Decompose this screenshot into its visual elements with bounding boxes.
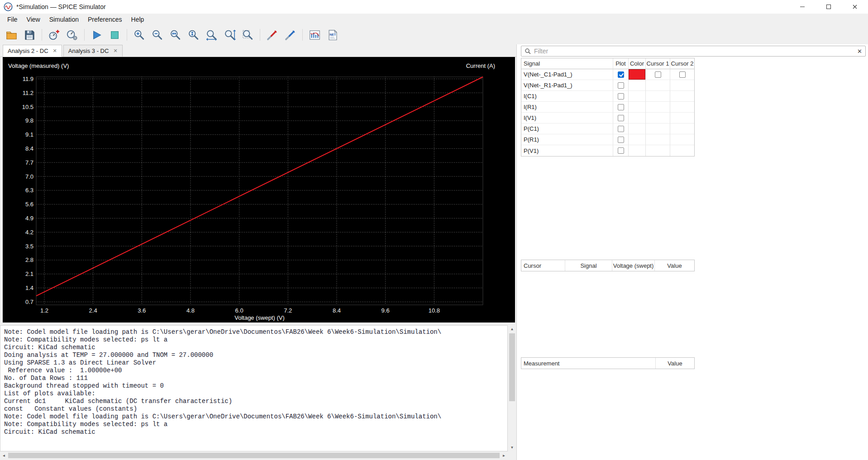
signal-row[interactable]: P(V1) [521,145,694,156]
signal-row[interactable]: P(R1) [521,134,694,145]
cursor1-cell [646,80,670,91]
tab-close-icon[interactable]: ✕ [113,48,117,53]
simulation-console[interactable]: Note: Codel model file loading path is C… [0,325,508,451]
filter-input[interactable] [534,47,854,55]
tab-analysis-3-dc[interactable]: Analysis 3 - DC✕ [63,45,123,57]
toolbar-separator [260,29,260,41]
show-netlist-icon: NET [327,29,339,41]
cursor1-cell [646,69,670,80]
cursor2-checkbox[interactable] [679,71,686,78]
scroll-down-icon[interactable]: ▼ [508,444,516,451]
signal-row[interactable]: I(R1) [521,102,694,113]
plot-checkbox[interactable] [618,71,624,78]
zoom-to-fit-button[interactable] [240,27,255,43]
vscrollbar-thumb[interactable] [509,333,515,401]
y-tick-label: 2.1 [25,270,33,277]
close-button[interactable] [842,0,868,14]
color-swatch[interactable] [629,69,645,80]
x-tick-label: 1.2 [40,307,48,314]
scroll-left-icon[interactable]: ◄ [0,452,8,460]
tab-analysis-2-dc[interactable]: Analysis 2 - DC✕ [3,45,62,57]
minimize-button[interactable] [789,0,816,14]
cursor1-checkbox[interactable] [655,71,661,78]
zoom-fit-height-button[interactable] [222,27,237,43]
zoom-fit-width-button[interactable] [204,27,219,43]
cursors-table: CursorSignalVoltage (swept)Value [521,260,695,271]
x-tick-label: 8.4 [333,307,341,314]
signal-row[interactable]: V(Net-_R1-Pad1_) [521,80,694,91]
signal-name: I(R1) [521,102,613,113]
add-measurement-icon [309,29,321,41]
zoom-horizontally-button[interactable] [168,27,183,43]
toolbar-separator [302,29,303,41]
signal-row[interactable]: I(V1) [521,113,694,123]
menu-item-help[interactable]: Help [127,14,149,25]
zoom-in-button[interactable] [132,27,147,43]
tab-close-icon[interactable]: ✕ [53,48,57,53]
menu-bar: FileViewSimulationPreferencesHelp [0,14,868,25]
menu-item-view[interactable]: View [22,14,45,25]
menu-item-file[interactable]: File [3,14,22,25]
save-workbook-button[interactable] [22,27,37,43]
plot-checkbox[interactable] [618,126,624,132]
signals-header-row: SignalPlotColorCursor 1Cursor 2 [521,58,694,69]
open-workbook-button[interactable] [4,27,19,43]
cursors-table-header-row: CursorSignalVoltage (swept)Value [521,260,694,271]
color-cell [629,102,646,113]
toolbar-separator [42,29,42,41]
plot-checkbox[interactable] [618,82,624,89]
menu-item-preferences[interactable]: Preferences [83,14,126,25]
scroll-right-icon[interactable]: ► [500,452,508,460]
console-line: Background thread stopped with timeout =… [4,382,507,390]
cursor2-cell [670,80,694,91]
signal-row[interactable]: P(C1) [521,123,694,134]
plot-checkbox[interactable] [618,104,624,110]
zoom-in-icon [133,29,145,41]
console-line: Circuit: KiCad schematic [4,344,507,351]
probe-voltage-button[interactable] [265,27,280,43]
color-cell [629,145,646,156]
scroll-up-icon[interactable]: ▲ [508,325,516,333]
color-cell [629,123,646,134]
y-tick-label: 5.6 [25,201,33,208]
stop-simulation-button[interactable] [107,27,122,43]
console-line: Note: Compatibility modes selected: ps l… [4,336,507,344]
plot-checkbox[interactable] [618,115,624,121]
show-netlist-button[interactable]: NET [325,27,340,43]
add-measurement-button[interactable] [307,27,322,43]
zoom-out-button[interactable] [150,27,165,43]
plot-cell [613,102,629,113]
console-vscrollbar[interactable]: ▲ ▼ [508,325,516,451]
plot-checkbox[interactable] [618,137,624,143]
signal-name: P(C1) [521,123,613,134]
bottom-hscrollbar[interactable]: ◄ ► [0,451,508,460]
plot-checkbox[interactable] [618,147,624,154]
probe-current-button[interactable] [283,27,298,43]
zoom-vertically-button[interactable] [186,27,201,43]
signal-row[interactable]: V(Net-_C1-Pad1_) [521,69,694,80]
clear-filter-icon[interactable]: ✕ [857,48,862,55]
cursor2-cell [670,113,694,123]
zoom-out-icon [151,29,163,41]
signal-name: P(R1) [521,134,613,145]
console-line: Current dc1 KiCad schematic (DC transfer… [4,398,507,405]
run-simulation-button[interactable] [89,27,104,43]
y-tick-label: 9.1 [25,131,33,138]
edit-analysis-button[interactable] [65,27,80,43]
signal-name: V(Net-_R1-Pad1_) [521,80,613,91]
y-tick-label: 7.7 [25,159,33,166]
hscrollbar-thumb[interactable] [8,453,500,458]
plot-panel[interactable]: 1.22.43.64.86.07.28.49.610.811.911.210.5… [3,57,515,322]
menu-item-simulation[interactable]: Simulation [45,14,83,25]
maximize-button[interactable] [816,0,842,14]
open-workbook-icon [5,29,18,41]
svg-text:NET: NET [329,33,336,36]
plot-canvas[interactable]: 1.22.43.64.86.07.28.49.610.811.911.210.5… [3,57,515,322]
plot-cell [613,91,629,102]
console-line: const Constant values (constants) [4,405,507,413]
x-tick-label: 7.2 [284,307,292,314]
plot-checkbox[interactable] [618,93,624,100]
y-tick-label: 1.4 [25,285,33,291]
new-analysis-button[interactable] [47,27,62,43]
signal-row[interactable]: I(C1) [521,91,694,102]
